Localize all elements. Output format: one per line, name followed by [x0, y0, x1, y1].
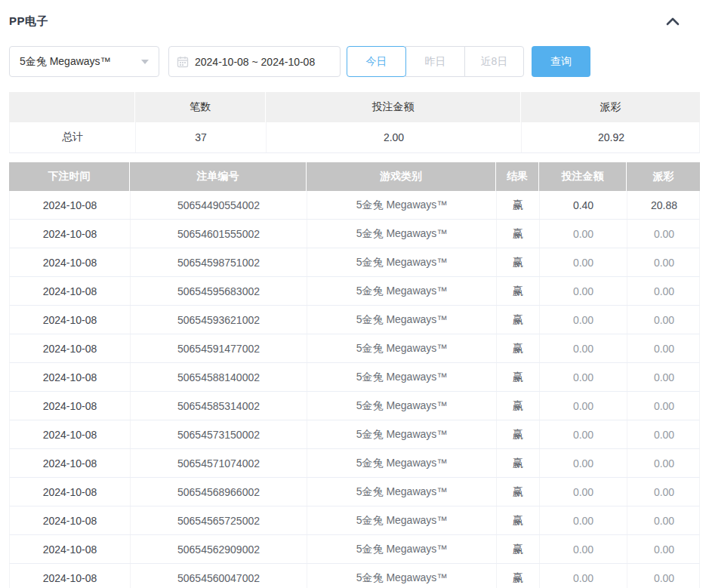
column-header-bet-amount: 投注金额: [539, 162, 627, 191]
table-row: 2024-10-08506545629090025金兔 Megaways™赢0.…: [9, 535, 700, 564]
column-header-result: 结果: [496, 162, 539, 191]
cell-result: 赢: [497, 363, 540, 391]
cell-game-category: 5金兔 Megaways™: [307, 449, 497, 477]
date-range-input[interactable]: 2024-10-08 ~ 2024-10-08: [168, 46, 341, 77]
cell-bet-time: 2024-10-08: [10, 535, 131, 563]
collapse-button[interactable]: [662, 12, 683, 30]
chevron-up-icon: [666, 17, 680, 26]
cell-bet-amount: 0.00: [540, 334, 627, 362]
cell-payout: 0.00: [627, 392, 701, 420]
cell-bet-time: 2024-10-08: [10, 564, 131, 588]
cell-payout: 0.00: [627, 363, 701, 391]
cell-bet-time: 2024-10-08: [10, 248, 131, 276]
cell-result: 赢: [497, 392, 540, 420]
cell-game-category: 5金兔 Megaways™: [307, 363, 497, 391]
cell-game-category: 5金兔 Megaways™: [307, 191, 497, 219]
cell-payout: 0.00: [627, 334, 701, 362]
cell-bet-time: 2024-10-08: [10, 306, 131, 334]
cell-bet-amount: 0.00: [540, 392, 627, 420]
records-table-header: 下注时间注单编号游戏类别结果投注金额派彩: [9, 162, 700, 191]
calendar-icon: [177, 56, 189, 68]
panel-header: PP电子: [9, 11, 700, 32]
cell-bet-time: 2024-10-08: [10, 392, 131, 420]
summary-header-cell: 笔数: [135, 92, 266, 122]
table-row: 2024-10-08506545914770025金兔 Megaways™赢0.…: [9, 334, 700, 363]
cell-bet-amount: 0.00: [540, 478, 627, 506]
cell-bet-time: 2024-10-08: [10, 220, 131, 248]
cell-bet-amount: 0.40: [540, 191, 627, 219]
cell-result: 赢: [497, 449, 540, 477]
column-header-game-category: 游戏类别: [307, 162, 496, 191]
column-header-bet-time: 下注时间: [9, 162, 130, 191]
cell-game-category: 5金兔 Megaways™: [307, 506, 497, 534]
cell-bet-amount: 0.00: [540, 363, 627, 391]
table-row: 2024-10-08506545600470025金兔 Megaways™赢0.…: [9, 564, 700, 588]
quick-date-button-group: 今日 昨日 近8日: [347, 46, 524, 77]
summary-header-cell: [9, 92, 135, 122]
summary-value-cell: 总计: [10, 122, 136, 152]
summary-header-cell: 投注金额: [266, 92, 521, 122]
cell-result: 赢: [497, 478, 540, 506]
last-8-days-button[interactable]: 近8日: [464, 46, 524, 77]
cell-bet-time: 2024-10-08: [10, 277, 131, 305]
cell-result: 赢: [497, 334, 540, 362]
cell-bet-amount: 0.00: [540, 420, 627, 448]
table-row: 2024-10-08506545936210025金兔 Megaways™赢0.…: [9, 306, 700, 334]
cell-bet-time: 2024-10-08: [10, 334, 131, 362]
cell-payout: 0.00: [627, 248, 701, 276]
page-title: PP电子: [9, 14, 48, 29]
cell-result: 赢: [497, 420, 540, 448]
cell-bet-amount: 0.00: [540, 564, 627, 588]
cell-bet-id: 50654591477002: [131, 334, 307, 362]
cell-bet-id: 50654560047002: [131, 564, 307, 588]
filter-bar: 5金兔 Megaways™ 2024-10-08 ~ 2024-10-08: [9, 46, 700, 77]
table-row: 2024-10-08506545657250025金兔 Megaways™赢0.…: [9, 506, 700, 535]
cell-bet-id: 50654568966002: [131, 478, 307, 506]
cell-bet-id: 50654562909002: [131, 535, 307, 563]
summary-value-cell: 20.92: [522, 122, 701, 152]
cell-payout: 0.00: [627, 564, 701, 588]
table-row: 2024-10-08506544905540025金兔 Megaways™赢0.…: [9, 191, 700, 220]
today-button[interactable]: 今日: [347, 46, 406, 77]
cell-bet-amount: 0.00: [540, 248, 627, 276]
cell-result: 赢: [497, 506, 540, 534]
cell-payout: 0.00: [627, 277, 701, 305]
cell-bet-amount: 0.00: [540, 535, 627, 563]
cell-result: 赢: [497, 248, 540, 276]
game-select-value: 5金兔 Megaways™: [20, 55, 111, 69]
cell-bet-id: 50654598751002: [131, 248, 307, 276]
cell-bet-time: 2024-10-08: [10, 506, 131, 534]
cell-bet-id: 50654595683002: [131, 277, 307, 305]
cell-payout: 0.00: [627, 306, 701, 334]
cell-payout: 20.88: [627, 191, 701, 219]
cell-bet-amount: 0.00: [540, 220, 627, 248]
cell-bet-amount: 0.00: [540, 277, 627, 305]
cell-payout: 0.00: [627, 506, 701, 534]
cell-result: 赢: [497, 306, 540, 334]
cell-result: 赢: [497, 277, 540, 305]
summary-value-cell: 2.00: [267, 122, 522, 152]
table-row: 2024-10-08506545956830025金兔 Megaways™赢0.…: [9, 277, 700, 306]
yesterday-button[interactable]: 昨日: [405, 46, 465, 77]
cell-bet-id: 50654585314002: [131, 392, 307, 420]
cell-bet-id: 50654571074002: [131, 449, 307, 477]
table-row: 2024-10-08506545731500025金兔 Megaways™赢0.…: [9, 420, 700, 449]
cell-bet-time: 2024-10-08: [10, 363, 131, 391]
cell-bet-id: 50654573150002: [131, 420, 307, 448]
cell-game-category: 5金兔 Megaways™: [307, 277, 497, 305]
cell-game-category: 5金兔 Megaways™: [307, 306, 497, 334]
cell-game-category: 5金兔 Megaways™: [307, 420, 497, 448]
summary-header-cell: 派彩: [521, 92, 700, 122]
search-button[interactable]: 查询: [532, 46, 590, 77]
table-row: 2024-10-08506545853140025金兔 Megaways™赢0.…: [9, 392, 700, 420]
cell-bet-amount: 0.00: [540, 306, 627, 334]
cell-payout: 0.00: [627, 449, 701, 477]
cell-result: 赢: [497, 564, 540, 588]
cell-bet-id: 50654593621002: [131, 306, 307, 334]
cell-bet-id: 50654588140002: [131, 363, 307, 391]
table-row: 2024-10-08506545689660025金兔 Megaways™赢0.…: [9, 478, 700, 506]
cell-game-category: 5金兔 Megaways™: [307, 535, 497, 563]
table-row: 2024-10-08506546015550025金兔 Megaways™赢0.…: [9, 220, 700, 248]
game-select[interactable]: 5金兔 Megaways™: [9, 46, 159, 77]
table-row: 2024-10-08506545881400025金兔 Megaways™赢0.…: [9, 363, 700, 392]
